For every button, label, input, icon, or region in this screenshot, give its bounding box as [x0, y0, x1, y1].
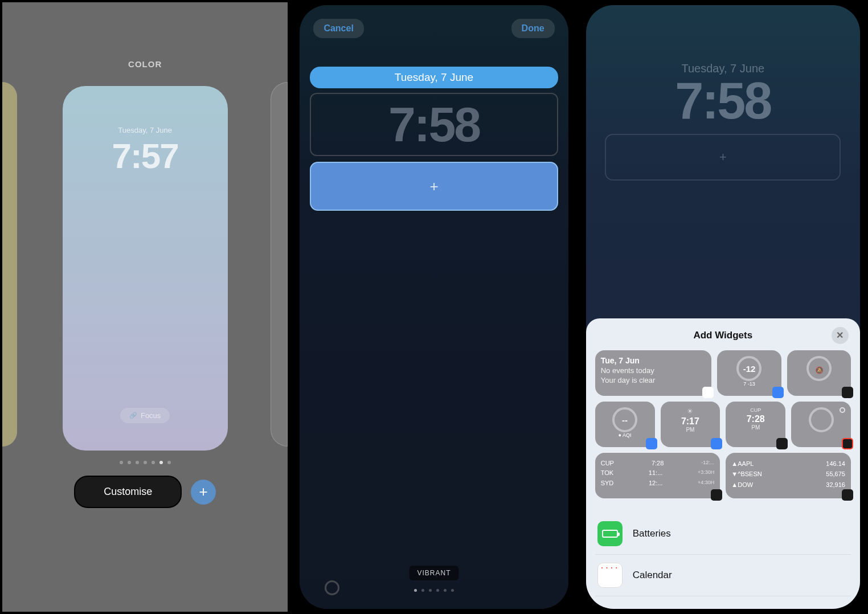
sheet-title: Add Widgets: [693, 330, 752, 341]
plus-icon: +: [719, 150, 727, 165]
aqi-label: ● AQI: [619, 432, 632, 438]
lockscreen-date: Tuesday, 7 June: [118, 126, 172, 134]
clock-row: TOK 11:... +3:30H: [601, 468, 715, 478]
plus-icon: +: [199, 483, 208, 501]
plus-icon: +: [429, 178, 438, 195]
next-wallpaper-peek[interactable]: [271, 82, 288, 447]
clock-app-icon: [776, 438, 788, 449]
sheet-header: Add Widgets ✕: [595, 330, 851, 341]
cancel-button[interactable]: Cancel: [313, 19, 363, 38]
lockscreen-time: 7:58: [675, 72, 771, 130]
app-label: Calendar: [633, 570, 672, 581]
calendar-line1: No events today: [601, 366, 706, 375]
stock-row: ▼^BSESN 55,675: [731, 469, 845, 480]
widget-calendar[interactable]: Tue, 7 Jun No events today Your day is c…: [595, 350, 712, 396]
app-label: Batteries: [633, 528, 671, 539]
prev-wallpaper-peek[interactable]: [2, 82, 17, 447]
calendar-icon: • • • •: [597, 563, 623, 588]
lockscreen-time: 7:57: [112, 136, 178, 176]
app-item-calendar[interactable]: • • • • Calendar: [595, 555, 851, 596]
gauge-icon: 🔕: [806, 356, 832, 381]
wallpaper-preview[interactable]: Tuesday, 7 June 7:57 🔗 Focus: [63, 86, 228, 451]
panel-customise: COLOR Tuesday, 7 June 7:57 🔗 Focus Custo…: [2, 2, 288, 612]
calendar-line2: Your day is clear: [601, 376, 706, 384]
gauge-icon: -- ● AQI: [612, 407, 637, 432]
bell-icon: 🔕: [815, 366, 823, 374]
activity-ring-icon: [809, 407, 834, 432]
clock-row: SYD 12:... +4:30H: [601, 478, 715, 489]
sunrise-time: 7:17: [666, 416, 715, 427]
close-button[interactable]: ✕: [832, 327, 849, 344]
focus-label: Focus: [141, 411, 161, 420]
stock-row: ▲DOW 32,916: [731, 480, 845, 490]
app-list: Batteries • • • • Calendar: [595, 513, 851, 596]
widget-stocks[interactable]: ▲AAPL 146.14 ▼^BSESN 55,675 ▲DOW 32,916: [726, 453, 851, 498]
weather-app-icon: [711, 438, 722, 449]
suggested-widgets: Tue, 7 Jun No events today Your day is c…: [595, 350, 851, 498]
widget-aqi[interactable]: -- ● AQI: [595, 402, 655, 447]
clock-app-icon: [842, 387, 853, 398]
weather-app-icon: [646, 438, 657, 449]
widget-zone-empty[interactable]: +: [605, 134, 841, 181]
calendar-app-icon: [702, 387, 714, 398]
sunrise-icon: ☀: [666, 407, 715, 415]
focus-pill[interactable]: 🔗 Focus: [120, 408, 170, 423]
time-widget-zone[interactable]: 7:58: [310, 93, 558, 156]
bottom-controls: Customise +: [74, 476, 216, 508]
widget-temperature[interactable]: -12 7 -13: [717, 350, 781, 396]
widget-sunrise[interactable]: ☀ 7:17 PM: [661, 402, 720, 447]
lockscreen-with-sheet: Tuesday, 7 June 7:58 + Add Widgets ✕ Tue…: [586, 5, 860, 608]
panel-add-widgets: Tuesday, 7 June 7:58 + Add Widgets ✕ Tue…: [580, 2, 866, 612]
widget-fitness[interactable]: [791, 402, 851, 447]
widget-worldclock-list[interactable]: CUP 7:28 -12:... TOK 11:... +3:30H SYD 1…: [595, 453, 720, 498]
date-widget-zone[interactable]: Tuesday, 7 June: [310, 67, 558, 88]
stocks-app-icon: [842, 489, 853, 501]
customise-button[interactable]: Customise: [74, 476, 182, 508]
batteries-icon: [597, 521, 623, 546]
page-dots: [120, 461, 171, 464]
color-mode-label: VIBRANT: [409, 566, 458, 580]
lockscreen-editor: Cancel Done Tuesday, 7 June 7:58 + VIBRA…: [300, 5, 568, 608]
done-button[interactable]: Done: [511, 19, 555, 38]
add-widget-zone[interactable]: +: [310, 162, 558, 211]
clock-app-icon: [711, 489, 722, 501]
clock-city: CUP: [731, 407, 780, 413]
calendar-date: Tue, 7 Jun: [601, 356, 706, 365]
aqi-value: --: [622, 415, 628, 424]
fitness-app-icon: [842, 438, 853, 449]
add-widgets-sheet: Add Widgets ✕ Tue, 7 Jun No events today…: [586, 318, 860, 609]
widget-alarm[interactable]: 🔕: [787, 350, 851, 396]
clock-time: 7:28: [731, 414, 780, 424]
color-indicator[interactable]: [325, 580, 339, 595]
sunrise-ampm: PM: [666, 427, 715, 433]
wallpaper-type-label: COLOR: [128, 59, 162, 69]
widget-worldclock-single[interactable]: CUP 7:28 PM: [726, 402, 785, 447]
weather-app-icon: [772, 387, 784, 398]
add-wallpaper-button[interactable]: +: [191, 480, 216, 505]
page-dots: [414, 589, 454, 592]
close-icon: ✕: [836, 330, 844, 341]
stock-row: ▲AAPL 146.14: [731, 459, 845, 469]
temp-value: -12: [743, 363, 756, 373]
clock-row: CUP 7:28 -12:...: [601, 459, 715, 469]
gauge-icon: -12 7 -13: [736, 356, 761, 381]
app-item-batteries[interactable]: Batteries: [595, 513, 851, 555]
panel-edit-lockscreen: Cancel Done Tuesday, 7 June 7:58 + VIBRA…: [291, 2, 576, 612]
clock-ampm: PM: [731, 424, 780, 431]
link-icon: 🔗: [129, 412, 137, 419]
dot-icon: [840, 407, 845, 413]
editor-top-bar: Cancel Done: [300, 19, 568, 38]
temp-range: 7 -13: [743, 381, 755, 387]
